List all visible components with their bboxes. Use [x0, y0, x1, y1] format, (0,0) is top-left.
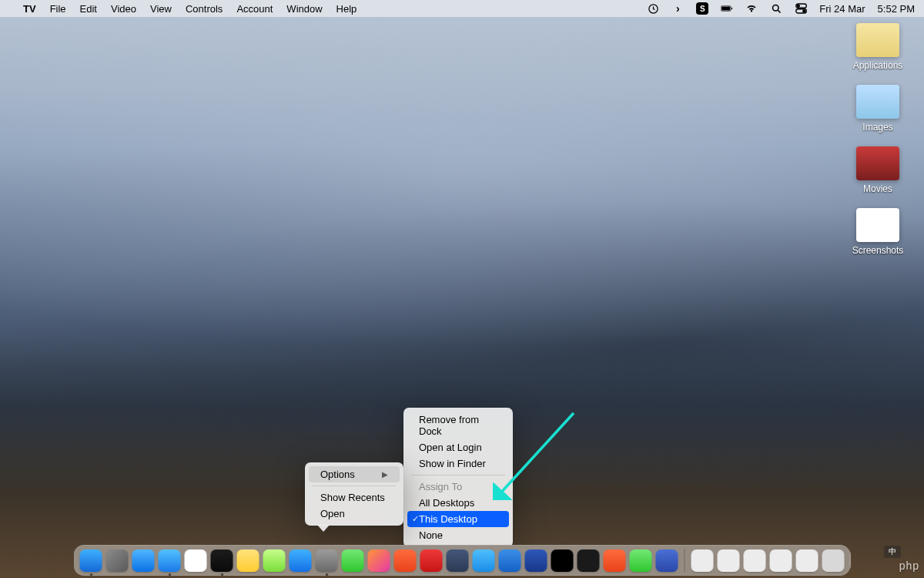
battery-icon[interactable] [721, 2, 733, 15]
chevron-right-icon: ▶ [382, 470, 388, 479]
stack-icon [856, 208, 899, 242]
svg-rect-3 [722, 7, 731, 11]
desktop-icon-label: Movies [863, 183, 892, 194]
menu-this-desktop[interactable]: ✓ This Desktop [407, 511, 509, 527]
dock-firefox[interactable] [368, 549, 390, 572]
menu-assign-to-header: Assign To [403, 479, 513, 495]
menu-show-in-finder[interactable]: Show in Finder [403, 455, 513, 472]
svg-point-6 [797, 5, 799, 7]
menu-item-label: Options [320, 469, 355, 480]
dock-freeform[interactable] [263, 549, 286, 572]
menu-controls[interactable]: Controls [186, 3, 223, 15]
wifi-icon[interactable] [745, 2, 758, 15]
overflow-icon[interactable]: › [671, 2, 684, 15]
dock-appstore[interactable] [290, 549, 312, 572]
dock-telegram[interactable] [473, 549, 495, 572]
menu-all-desktops[interactable]: All Desktops [403, 495, 513, 511]
dock-settings[interactable] [316, 549, 338, 572]
menu-view[interactable]: View [150, 3, 172, 15]
dock-utilities[interactable] [447, 549, 469, 572]
menu-separator [411, 475, 505, 476]
desktop-icon-label: Applications [853, 60, 903, 71]
dock-folder1[interactable] [691, 549, 714, 572]
menu-file[interactable]: File [50, 3, 66, 15]
svg-point-8 [803, 10, 805, 12]
dock-appletv[interactable] [551, 549, 574, 572]
menu-remove-from-dock[interactable]: Remove from Dock [403, 412, 513, 439]
status-app-s-icon[interactable]: S [696, 2, 708, 15]
dock-messages[interactable] [342, 549, 364, 572]
watermark: php [899, 560, 919, 572]
dock-notes[interactable] [237, 549, 259, 572]
svg-rect-2 [732, 8, 732, 9]
language-tag: 中 [884, 546, 901, 558]
menu-options[interactable]: Options ▶ [309, 466, 400, 482]
dock-trash[interactable] [822, 549, 845, 572]
menu-edit[interactable]: Edit [80, 3, 97, 15]
folder-icon [856, 23, 899, 57]
menu-video[interactable]: Video [111, 3, 136, 15]
options-submenu: Remove from Dock Open at Login Show in F… [403, 408, 513, 547]
dock-mail[interactable] [159, 549, 181, 572]
dock-context-menu: Options ▶ Show Recents Open [305, 462, 403, 526]
stack-icon [856, 146, 899, 180]
menu-help[interactable]: Help [336, 3, 357, 15]
menu-pointer-icon [317, 525, 330, 532]
menu-open-at-login[interactable]: Open at Login [403, 439, 513, 455]
menu-item-label: This Desktop [419, 513, 477, 525]
menu-open[interactable]: Open [305, 506, 403, 522]
dock-reminders[interactable] [185, 549, 207, 572]
dock-bitwarden[interactable] [525, 549, 547, 572]
menu-separator [313, 486, 396, 486]
dock-vivaldi[interactable] [420, 549, 443, 572]
dock-finder[interactable] [80, 549, 102, 572]
dock-outlook[interactable] [499, 549, 521, 572]
dock-facetime[interactable] [630, 549, 652, 572]
menu-window[interactable]: Window [286, 3, 322, 15]
dock-terminal[interactable] [578, 549, 600, 572]
timemachine-icon[interactable] [647, 2, 659, 15]
menubar-date[interactable]: Fri 24 Mar [819, 3, 865, 15]
dock-folder3[interactable] [744, 549, 766, 572]
check-icon: ✓ [412, 514, 419, 524]
dock-separator [685, 549, 685, 572]
dock-folder2[interactable] [718, 549, 740, 572]
dock-safari[interactable] [132, 549, 155, 572]
stack-icon [856, 85, 899, 119]
menu-account[interactable]: Account [236, 3, 273, 15]
dock-music[interactable] [211, 549, 233, 572]
menu-none[interactable]: None [403, 527, 513, 543]
spotlight-icon[interactable] [770, 2, 782, 15]
menu-show-recents[interactable]: Show Recents [305, 489, 403, 506]
dock-shield[interactable] [656, 549, 678, 572]
desktop-icon-applications[interactable]: Applications [847, 23, 909, 71]
dock-launchpad[interactable] [106, 549, 129, 572]
desktop-icon-label: Images [862, 122, 892, 133]
menubar: TV File Edit Video View Controls Account… [0, 0, 924, 17]
desktop-icons: Applications Images Movies Screenshots [847, 23, 909, 256]
svg-point-4 [772, 5, 778, 11]
dock-app-s[interactable] [604, 549, 626, 572]
menubar-time[interactable]: 5:52 PM [878, 3, 915, 15]
dock [74, 545, 851, 576]
dock-brave[interactable] [394, 549, 417, 572]
desktop-icon-movies[interactable]: Movies [847, 146, 909, 194]
dock-folder4[interactable] [770, 549, 792, 572]
dock-folder5[interactable] [796, 549, 819, 572]
desktop-icon-label: Screenshots [852, 245, 904, 256]
app-menu[interactable]: TV [23, 3, 36, 15]
control-center-icon[interactable] [795, 2, 807, 15]
desktop-icon-images[interactable]: Images [847, 85, 909, 133]
desktop-icon-screenshots[interactable]: Screenshots [847, 208, 909, 256]
